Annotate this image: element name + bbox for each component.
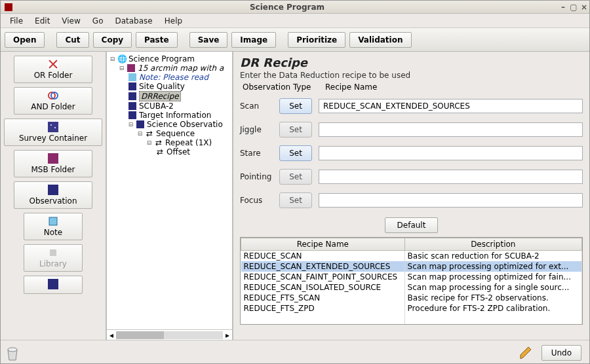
tree-node-sequence[interactable]: Sequence <box>156 129 195 138</box>
sequence-icon: ⇄ <box>145 129 154 138</box>
scroll-left[interactable]: ◂ <box>107 331 116 340</box>
svg-point-5 <box>54 127 56 128</box>
tree-node-scuba2[interactable]: SCUBA-2 <box>139 101 174 111</box>
toolbar: Open Cut Copy Paste Save Image Prioritiz… <box>1 28 589 52</box>
set-button-stare[interactable]: Set <box>279 145 312 161</box>
recipe-field-scan[interactable]: REDUCE_SCAN_EXTENDED_SOURCES <box>319 99 583 113</box>
recipe-field-pointing[interactable] <box>319 170 583 184</box>
validation-button[interactable]: Validation <box>349 32 411 48</box>
palette-or-folder[interactable]: OR Folder <box>14 56 92 83</box>
or-folder-icon <box>48 59 58 69</box>
svg-rect-13 <box>128 82 136 90</box>
tree-node-target[interactable]: Target Information <box>139 111 211 120</box>
table-row[interactable]: REDUCE_SCANBasic scan reduction for SCUB… <box>241 251 582 262</box>
menubar: File Edit View Go Database Help <box>1 14 589 28</box>
palette: OR Folder AND Folder Survey Container MS… <box>1 52 106 340</box>
tree-node-sitequality[interactable]: Site Quality <box>139 82 185 91</box>
menu-edit[interactable]: Edit <box>30 15 55 27</box>
tree-view[interactable]: ⊟🌐Science Program ⊟15 arcmin map with a … <box>106 52 233 340</box>
scroll-right[interactable]: ▸ <box>223 331 232 340</box>
note-icon <box>128 73 137 82</box>
palette-msb-folder[interactable]: MSB Folder <box>14 150 92 177</box>
menu-database[interactable]: Database <box>109 15 157 27</box>
palette-note[interactable]: Note <box>24 213 83 240</box>
palette-and-folder[interactable]: AND Folder <box>14 87 92 115</box>
svg-rect-12 <box>128 73 136 81</box>
tree-expander[interactable]: ⊟ <box>119 65 125 71</box>
component-icon <box>128 92 137 101</box>
tree-expander[interactable]: ⊟ <box>128 122 134 128</box>
tree-root[interactable]: Science Program <box>128 54 195 64</box>
undo-button[interactable]: Undo <box>541 345 581 361</box>
component-icon <box>128 111 137 120</box>
offset-icon: ⇄ <box>155 147 165 156</box>
cut-button[interactable]: Cut <box>56 32 88 48</box>
recipe-field-focus[interactable] <box>319 193 583 208</box>
table-row[interactable]: REDUCE_SCAN_EXTENDED_SOURCESScan map pro… <box>241 261 582 272</box>
tree-node-offset[interactable]: Offset <box>167 147 190 156</box>
menu-help[interactable]: Help <box>159 15 187 27</box>
header-recipe-name: Recipe Name <box>325 82 377 92</box>
row-label-focus: Focus <box>240 196 279 205</box>
set-button-focus: Set <box>279 192 312 208</box>
svg-point-4 <box>50 124 52 126</box>
table-row[interactable]: REDUCE_SCAN_FAINT_POINT_SOURCESScan map … <box>241 272 582 282</box>
tree-node-repeat[interactable]: Repeat (1X) <box>165 138 212 147</box>
palette-label: Observation <box>29 196 77 206</box>
tree-node-sciobs[interactable]: Science Observatio <box>147 120 223 129</box>
paste-button[interactable]: Paste <box>136 32 178 48</box>
footer: Undo <box>1 340 589 364</box>
menu-file[interactable]: File <box>5 15 28 27</box>
svg-rect-15 <box>128 102 136 110</box>
window-title: Science Program <box>16 3 558 12</box>
tree-expander[interactable]: ⊟ <box>109 56 115 62</box>
recipe-table[interactable]: Recipe Name Description REDUCE_SCANBasic… <box>240 237 583 325</box>
horizontal-scrollbar-thumb[interactable] <box>116 331 164 339</box>
survey-icon <box>48 122 58 132</box>
table-row[interactable]: REDUCE_FTS_SCANBasic recipe for FTS-2 ob… <box>241 293 582 303</box>
table-row[interactable]: REDUCE_SCAN_ISOLATED_SOURCEScan map proc… <box>241 282 582 293</box>
minimize-button[interactable]: – <box>558 3 568 12</box>
open-button[interactable]: Open <box>5 32 45 48</box>
svg-rect-6 <box>48 153 58 164</box>
default-button[interactable]: Default <box>385 217 439 233</box>
pencil-icon <box>518 344 535 361</box>
recipe-field-jiggle[interactable] <box>319 122 583 137</box>
table-row[interactable]: REDUCE_FTS_ZPDProcedure for FTS-2 ZPD ca… <box>241 303 582 314</box>
save-button[interactable]: Save <box>189 32 228 48</box>
tree-expander[interactable]: ⊟ <box>146 140 152 146</box>
note-palette-icon <box>48 216 58 227</box>
program-icon: 🌐 <box>117 54 127 64</box>
blank-icon <box>48 279 58 289</box>
menu-view[interactable]: View <box>56 15 85 27</box>
component-icon <box>128 101 137 111</box>
titlebar: Science Program – ▢ × <box>1 1 589 14</box>
col-description[interactable]: Description <box>404 238 581 251</box>
tree-expander[interactable]: ⊟ <box>137 131 143 137</box>
recipe-field-stare[interactable] <box>319 146 583 160</box>
tree-node-note[interactable]: Note: Please read <box>139 73 208 82</box>
close-button[interactable]: × <box>579 3 589 12</box>
image-button[interactable]: Image <box>231 32 276 48</box>
svg-rect-10 <box>48 279 58 289</box>
col-recipe-name[interactable]: Recipe Name <box>241 238 405 251</box>
palette-observation[interactable]: Observation <box>14 181 92 209</box>
palette-survey-container[interactable]: Survey Container <box>4 118 102 146</box>
maximize-button[interactable]: ▢ <box>568 3 579 12</box>
component-icon <box>128 82 137 91</box>
svg-rect-9 <box>50 249 56 256</box>
repeat-icon: ⇄ <box>154 138 163 147</box>
menu-go[interactable]: Go <box>87 15 109 27</box>
trash-icon[interactable] <box>4 344 21 361</box>
row-label-scan: Scan <box>240 101 279 111</box>
svg-rect-3 <box>48 122 58 132</box>
prioritize-button[interactable]: Prioritize <box>288 32 345 48</box>
tree-node-drrecipe[interactable]: DRRecipe <box>139 91 181 101</box>
palette-label: MSB Folder <box>31 165 75 174</box>
palette-blank[interactable] <box>24 276 83 294</box>
set-button-scan[interactable]: Set <box>279 98 312 114</box>
tree-node-msb[interactable]: 15 arcmin map with a <box>138 64 224 73</box>
svg-rect-7 <box>48 185 58 195</box>
copy-button[interactable]: Copy <box>93 32 132 48</box>
folder-icon <box>127 64 136 73</box>
